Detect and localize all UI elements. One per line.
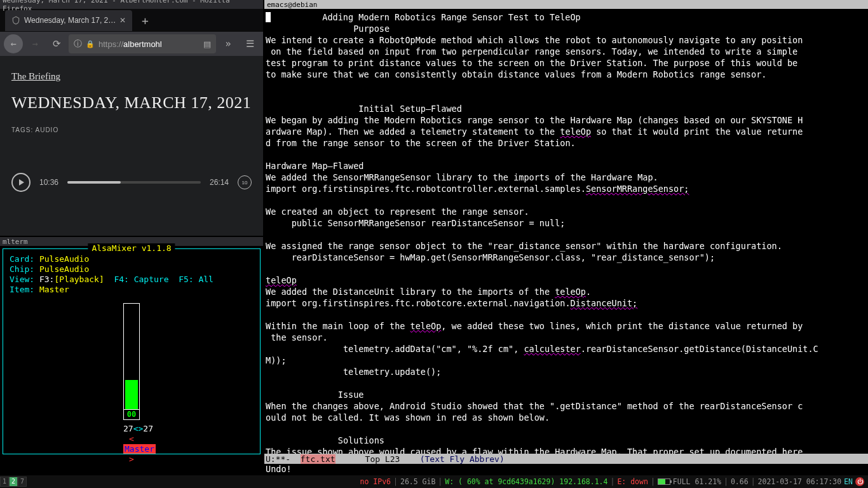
- workspace-1[interactable]: 1: [0, 477, 9, 487]
- replay-button[interactable]: 10: [238, 175, 252, 189]
- volume-meter[interactable]: 00 27<>27 < Master >: [123, 303, 140, 464]
- workspace-list[interactable]: 1 2 7: [0, 477, 27, 487]
- emacs-echo-area: Undo!: [264, 464, 868, 475]
- alsamixer-title: AlsaMixer v1.1.8: [88, 243, 175, 254]
- url-bar[interactable]: ⓘ 🔒 https://albertmohl ▤: [69, 34, 216, 53]
- workspace-2[interactable]: 2: [9, 477, 18, 487]
- keyboard-layout: EN: [844, 477, 853, 486]
- emacs-modeline: U:**- ftc.txt Top L23 (Text Fly Abbrev): [264, 454, 868, 464]
- ipv6-status: no IPv6: [360, 477, 391, 486]
- firefox-toolbar: ← → ⟳ ⓘ 🔒 https://albertmohl ▤ » ☰: [0, 32, 263, 56]
- firefox-content: The Briefing WEDNESDAY, MARCH 17, 2021 T…: [0, 56, 263, 236]
- memory-status: 26.5 GiB: [400, 477, 435, 486]
- alsa-card: PulseAudio: [39, 254, 89, 264]
- alsa-item: Master: [39, 285, 69, 294]
- load-status: 0.66: [731, 477, 749, 486]
- power-icon[interactable]: ⏻: [855, 477, 864, 486]
- firefox-tab-label: Wednesday, March 17, 2…: [24, 16, 116, 25]
- close-icon[interactable]: ✕: [119, 16, 126, 25]
- buffer-filename: ftc.txt: [301, 454, 336, 464]
- audio-player: 10:36 26:14 10: [11, 173, 252, 192]
- battery-icon: [658, 478, 670, 485]
- i3-status-bar: 1 2 7 no IPv6| 26.5 GiB| W: ( 60% at 9cd…: [0, 475, 868, 488]
- time-current: 10:36: [39, 178, 58, 187]
- battery-status: FULL 61.21%: [673, 477, 721, 486]
- overflow-button[interactable]: »: [219, 34, 238, 53]
- ethernet-status: E: down: [617, 477, 648, 486]
- alsa-view-playback[interactable]: [Playback]: [54, 274, 104, 284]
- reload-button[interactable]: ⟳: [47, 34, 66, 53]
- time-total: 26:14: [210, 178, 229, 187]
- channel-master: Master: [123, 444, 156, 454]
- tags-label: TAGS: AUDIO: [11, 126, 252, 133]
- firefox-window-title: Wednesday, March 17, 2021 - AlbertMohler…: [0, 0, 263, 9]
- lock-icon: 🔒: [86, 40, 95, 48]
- menu-button[interactable]: ☰: [240, 34, 259, 53]
- alsa-chip: PulseAudio: [39, 264, 89, 274]
- seek-bar[interactable]: [67, 181, 201, 184]
- forward-button[interactable]: →: [25, 34, 44, 53]
- page-heading: WEDNESDAY, MARCH 17, 2021: [11, 93, 252, 112]
- info-icon: ⓘ: [74, 38, 82, 50]
- workspace-7[interactable]: 7: [18, 477, 27, 487]
- datetime: 2021-03-17 06:17:30: [758, 477, 842, 486]
- wifi-status: W: ( 60% at 9cd6439a1629) 192.168.1.4: [445, 477, 607, 486]
- new-tab-button[interactable]: +: [136, 11, 154, 29]
- briefing-link[interactable]: The Briefing: [11, 71, 252, 82]
- reader-icon[interactable]: ▤: [203, 39, 211, 49]
- alsamixer[interactable]: AlsaMixer v1.1.8 Card: PulseAudio Chip: …: [3, 248, 261, 454]
- play-button[interactable]: [11, 173, 31, 192]
- mute-indicator[interactable]: 00: [123, 410, 140, 420]
- alsa-view-capture[interactable]: F4: Capture: [114, 274, 168, 284]
- back-button[interactable]: ←: [4, 34, 23, 53]
- alsa-view-all[interactable]: F5: All: [179, 274, 214, 284]
- shield-icon: [11, 16, 20, 25]
- emacs-window-title: emacs@debian: [264, 0, 868, 9]
- firefox-tab[interactable]: Wednesday, March 17, 2… ✕: [5, 10, 132, 31]
- emacs-buffer[interactable]: Adding Modern Robotics Range Sensor Test…: [264, 9, 868, 454]
